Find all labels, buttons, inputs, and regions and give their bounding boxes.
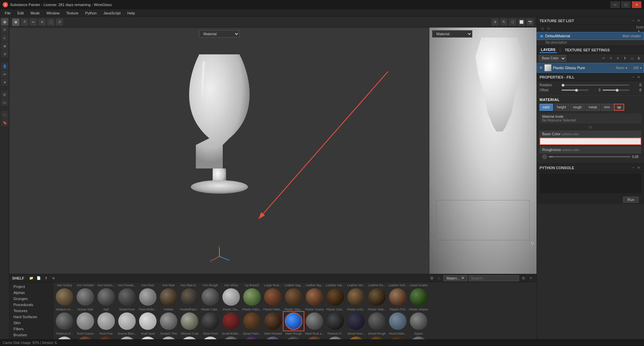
menu-mode[interactable]: Mode — [27, 10, 43, 16]
shelf-plastic-fab2[interactable] — [263, 312, 283, 331]
toolbar-frame-btn[interactable]: ⬚ — [47, 18, 54, 26]
shelf-mortar[interactable] — [75, 312, 95, 331]
menu-python[interactable]: Python — [82, 10, 100, 16]
shelf-nail[interactable] — [96, 312, 116, 331]
toolbar-video-btn[interactable]: ⬜ — [518, 18, 525, 26]
channel-dropdown[interactable]: Base Color Roughness Metallic Normal — [539, 55, 566, 62]
offset-x-slider[interactable] — [562, 90, 589, 91]
shelf-plastic-grid1[interactable] — [325, 312, 345, 331]
menu-file[interactable]: File — [1, 10, 14, 16]
toolbar-adjust-icon[interactable]: ⊕ — [1, 42, 8, 50]
shelf-scan-btn[interactable]: ⊕ — [50, 275, 56, 281]
shelf-iron-grainy[interactable] — [54, 288, 75, 306]
toolbar-grid-btn[interactable]: ⠿ — [21, 18, 28, 26]
shelf-medium-ac[interactable] — [54, 312, 75, 331]
toolbar-pause-btn[interactable]: ⏸ — [491, 18, 499, 26]
mat-btn-nrm[interactable]: nrm — [601, 104, 613, 111]
properties-minimize-btn[interactable]: ─ — [631, 75, 636, 80]
texture-set-close-btn[interactable]: ✕ — [636, 18, 641, 23]
shelf-leather-me[interactable] — [346, 288, 366, 306]
nav-forward-btn[interactable]: ▷ — [546, 26, 552, 31]
toolbar-screenshot-btn[interactable]: 📷 — [526, 18, 534, 26]
shelf-plastic-cable[interactable] — [200, 312, 220, 331]
maximize-button[interactable]: □ — [621, 1, 631, 8]
shelf-peeled[interactable] — [179, 312, 200, 331]
shelf-plastic-grainy[interactable] — [304, 312, 325, 331]
shelf-cat-procedurals[interactable]: Procedurals — [9, 302, 53, 308]
python-run-btn[interactable]: Run — [623, 197, 639, 203]
toolbar-circle-icon[interactable]: ◎ — [1, 91, 8, 98]
shelf-iron-grinded[interactable] — [75, 288, 95, 306]
toolbar-person-icon[interactable]: 👤 — [1, 62, 8, 70]
toolbar-camera-move-btn[interactable]: ⇱ — [500, 18, 508, 26]
shelf-ivy[interactable] — [242, 288, 262, 306]
toolbar-refresh-btn[interactable]: ↺ — [56, 18, 63, 26]
menu-javascript[interactable]: JavaScript — [100, 10, 124, 16]
filter-icon[interactable]: ⚙ — [429, 275, 435, 281]
texture-set-minimize-btn[interactable]: ─ — [631, 18, 636, 23]
toolbar-dots-icon[interactable]: ⠿ — [1, 26, 8, 34]
menu-window[interactable]: Window — [43, 10, 63, 16]
shelf-plastic-pvc[interactable] — [388, 312, 408, 331]
shelf-import-btn[interactable]: ⬆ — [43, 275, 49, 281]
shelf-large-rust[interactable] — [263, 288, 283, 306]
mat-btn-height[interactable]: height — [554, 104, 569, 111]
shelf-plastic-glossy[interactable] — [284, 312, 304, 331]
layer-plastic-glossy[interactable]: 👁 Plastic Glossy Pure Norm ▾ 100 ▾ — [537, 63, 644, 73]
shelf-search-input[interactable] — [469, 275, 519, 281]
shelf-cat-skin[interactable]: Skin — [9, 320, 53, 326]
mat-btn-op[interactable]: op — [614, 104, 624, 111]
close-button[interactable]: ✕ — [632, 1, 641, 8]
offset-y-thumb[interactable] — [616, 89, 618, 92]
viewport-dropdown[interactable]: Material Albedo Roughness Metallic Norma… — [199, 30, 240, 38]
shelf-plastic-dia[interactable] — [221, 312, 241, 331]
toolbar-view-btn[interactable]: ⊞ — [12, 18, 19, 26]
offset-y-slider[interactable] — [603, 90, 630, 91]
roughness-color-btn[interactable] — [542, 154, 547, 159]
shelf-cat-grunges[interactable]: Grunges — [9, 296, 53, 302]
shelf-plastic-fab1[interactable] — [242, 312, 262, 331]
roughness-slider[interactable] — [549, 156, 630, 157]
shelf-cat-hard-surfaces[interactable]: Hard Surfaces — [9, 314, 53, 320]
layer-opacity-arrow[interactable]: ▾ — [640, 66, 642, 70]
mat-btn-color[interactable]: color — [540, 104, 553, 111]
shelf-pebble[interactable] — [159, 312, 179, 331]
mat-btn-rough[interactable]: rough — [570, 104, 585, 111]
shelf-plastic-matt[interactable] — [367, 312, 387, 331]
shelf-paint-roller[interactable] — [138, 312, 158, 331]
shelf-iron-raw[interactable] — [159, 288, 179, 306]
toolbar-cube-icon[interactable]: ↺ — [1, 50, 8, 58]
layer-add-folder-btn[interactable]: ✦ — [615, 55, 621, 61]
menu-texture[interactable]: Texture — [63, 10, 82, 16]
shelf-leather-big[interactable] — [304, 288, 325, 306]
shelf-nickel[interactable] — [117, 312, 137, 331]
menu-edit[interactable]: Edit — [14, 10, 27, 16]
shelf-leather-int[interactable] — [325, 288, 345, 306]
toolbar-bookmark-icon[interactable]: 🔖 — [1, 119, 8, 126]
minimize-button[interactable]: ─ — [610, 1, 620, 8]
window-controls[interactable]: ─ □ ✕ — [610, 1, 641, 8]
shelf-iron-hammer[interactable] — [96, 288, 116, 306]
toolbar-env-btn[interactable]: ⬡ — [509, 18, 516, 26]
shelf-leather-ro[interactable] — [367, 288, 387, 306]
second-viewport-dropdown[interactable]: Material Albedo — [432, 30, 472, 38]
toolbar-layers-icon[interactable]: ≡ — [1, 34, 8, 42]
toolbar-square-icon[interactable]: □ — [1, 111, 8, 118]
shelf-plastic-stripes[interactable] — [409, 312, 429, 331]
layer-add-fill-btn[interactable]: ↺ — [608, 55, 614, 61]
python-console-minimize-btn[interactable]: ─ — [631, 165, 636, 170]
shelf-cat-textures[interactable]: Textures — [9, 308, 53, 314]
shelf-leather-bag[interactable] — [284, 288, 304, 306]
shelf-expand-btn[interactable]: ⊞ — [520, 275, 526, 281]
layer-visibility-eye[interactable]: 👁 — [539, 66, 543, 70]
toolbar-mirror-btn[interactable]: ⇔ — [30, 18, 37, 26]
nav-back-btn[interactable]: ◁ — [540, 26, 545, 31]
layer-blend-arrow[interactable]: ▾ — [626, 66, 627, 70]
shelf-folder-btn[interactable]: 📁 — [28, 275, 34, 281]
shelf-lizard[interactable] — [409, 288, 429, 306]
toolbar-brush-icon[interactable]: ✏ — [1, 70, 8, 78]
properties-close-btn[interactable]: ✕ — [636, 75, 641, 80]
shelf-collapse-btn[interactable]: ✕ — [528, 275, 534, 281]
shelf-plastic-grid2[interactable] — [346, 312, 366, 331]
shelf-cat-project[interactable]: Project — [9, 284, 53, 290]
